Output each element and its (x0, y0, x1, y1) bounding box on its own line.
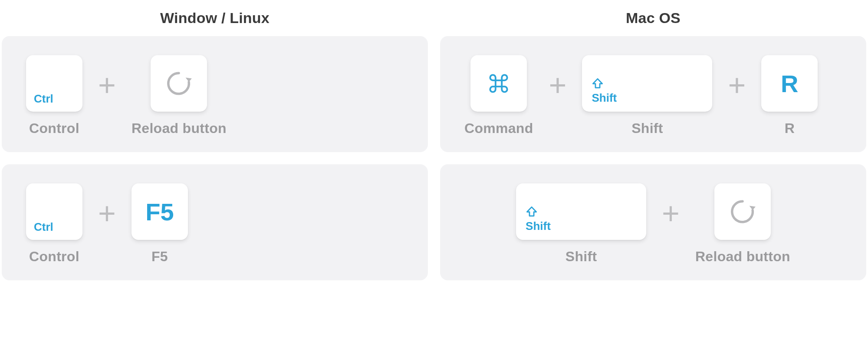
key-label: Shift (566, 249, 597, 265)
key-label: F5 (151, 249, 168, 265)
keycap-text: Shift (592, 91, 617, 105)
shift-arrow-icon (526, 206, 538, 218)
shift-arrow-icon (592, 77, 604, 90)
key-label: Shift (631, 120, 663, 136)
keycap-shift: Shift (582, 55, 712, 112)
key-block: Command (464, 55, 533, 136)
reload-icon (164, 69, 194, 98)
command-icon (488, 73, 509, 94)
keycap-ctrl: Ctrl (26, 183, 82, 240)
plus-icon: + (728, 70, 746, 100)
key-label: Command (464, 120, 533, 136)
key-block: Ctrl Control (26, 183, 82, 265)
key-block: F5 F5 (132, 183, 188, 265)
keycap-shift: Shift (516, 183, 646, 240)
keycap-text: Shift (526, 219, 551, 233)
shortcut-row: Shift Shift + Reload button (440, 164, 866, 280)
key-label: Reload button (132, 120, 227, 136)
keycap-text: F5 (145, 198, 174, 226)
key-block: Shift Shift (582, 55, 712, 136)
shortcut-row: Command + Shift Shift + R (440, 36, 866, 152)
keycap-r: R (761, 55, 818, 112)
shortcut-row: Ctrl Control + Reload button (2, 36, 428, 152)
key-block: Shift Shift (516, 183, 646, 265)
keycap-reload (714, 183, 771, 240)
plus-icon: + (98, 70, 116, 100)
key-block: R R (761, 55, 818, 136)
keycap-ctrl: Ctrl (26, 55, 82, 112)
column-title-windows: Window / Linux (2, 0, 428, 36)
key-block: Reload button (132, 55, 227, 136)
keycap-command (470, 55, 527, 112)
plus-icon: + (98, 198, 116, 229)
key-block: Ctrl Control (26, 55, 82, 136)
shortcut-row: Ctrl Control + F5 F5 (2, 164, 428, 280)
column-title-mac: Mac OS (440, 0, 866, 36)
reload-icon (728, 197, 757, 226)
keycap-text: Ctrl (34, 220, 53, 234)
key-block: Reload button (695, 183, 790, 265)
column-mac-os: Mac OS Command + Shift (440, 0, 866, 339)
keycap-text: R (781, 70, 798, 98)
svg-marker-1 (750, 206, 756, 210)
keycap-reload (151, 55, 207, 112)
key-label: Reload button (695, 249, 790, 265)
diagram-columns: Window / Linux Ctrl Control + Reload but… (0, 0, 868, 339)
key-label: Control (29, 249, 79, 265)
svg-marker-0 (186, 77, 192, 82)
key-label: R (785, 120, 795, 136)
keycap-text: Ctrl (34, 92, 53, 106)
plus-icon: + (662, 198, 680, 229)
column-windows-linux: Window / Linux Ctrl Control + Reload but… (2, 0, 428, 339)
key-label: Control (29, 120, 79, 136)
keycap-f5: F5 (132, 183, 188, 240)
plus-icon: + (549, 70, 567, 100)
